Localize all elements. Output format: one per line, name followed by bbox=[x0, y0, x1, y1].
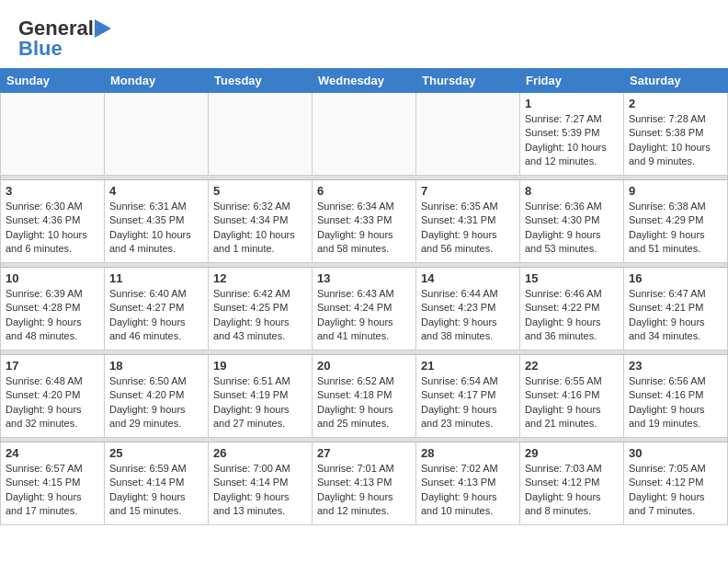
day-info: Sunrise: 6:44 AM Sunset: 4:23 PM Dayligh… bbox=[421, 287, 515, 344]
calendar-cell: 10Sunrise: 6:39 AM Sunset: 4:28 PM Dayli… bbox=[1, 268, 105, 350]
calendar-cell: 29Sunrise: 7:03 AM Sunset: 4:12 PM Dayli… bbox=[520, 442, 624, 525]
day-number: 10 bbox=[6, 271, 99, 285]
day-number: 28 bbox=[421, 446, 515, 460]
calendar-cell: 22Sunrise: 6:55 AM Sunset: 4:16 PM Dayli… bbox=[520, 355, 624, 438]
weekday-header-friday: Friday bbox=[520, 69, 624, 93]
calendar-cell bbox=[416, 93, 520, 176]
day-info: Sunrise: 6:38 AM Sunset: 4:29 PM Dayligh… bbox=[629, 200, 722, 257]
calendar-cell bbox=[313, 93, 416, 176]
logo-arrow-icon bbox=[95, 19, 111, 38]
day-info: Sunrise: 6:59 AM Sunset: 4:14 PM Dayligh… bbox=[109, 462, 203, 519]
day-info: Sunrise: 7:05 AM Sunset: 4:12 PM Dayligh… bbox=[629, 462, 722, 519]
day-number: 25 bbox=[109, 446, 203, 460]
day-info: Sunrise: 7:01 AM Sunset: 4:13 PM Dayligh… bbox=[317, 462, 411, 519]
day-number: 2 bbox=[629, 97, 722, 110]
day-number: 19 bbox=[213, 359, 307, 373]
day-info: Sunrise: 6:40 AM Sunset: 4:27 PM Dayligh… bbox=[109, 287, 203, 344]
day-number: 24 bbox=[6, 446, 99, 460]
calendar-cell bbox=[209, 93, 313, 176]
day-info: Sunrise: 6:36 AM Sunset: 4:30 PM Dayligh… bbox=[525, 200, 619, 257]
calendar-cell: 7Sunrise: 6:35 AM Sunset: 4:31 PM Daylig… bbox=[416, 180, 520, 263]
calendar-cell: 18Sunrise: 6:50 AM Sunset: 4:20 PM Dayli… bbox=[105, 355, 209, 438]
week-row-2: 3Sunrise: 6:30 AM Sunset: 4:36 PM Daylig… bbox=[1, 180, 728, 263]
calendar-cell: 17Sunrise: 6:48 AM Sunset: 4:20 PM Dayli… bbox=[1, 355, 105, 438]
day-info: Sunrise: 7:00 AM Sunset: 4:14 PM Dayligh… bbox=[213, 462, 307, 519]
calendar-cell: 5Sunrise: 6:32 AM Sunset: 4:34 PM Daylig… bbox=[209, 180, 313, 263]
day-number: 1 bbox=[525, 97, 619, 110]
day-number: 26 bbox=[213, 446, 307, 460]
day-info: Sunrise: 6:35 AM Sunset: 4:31 PM Dayligh… bbox=[421, 200, 515, 257]
calendar-cell: 12Sunrise: 6:42 AM Sunset: 4:25 PM Dayli… bbox=[209, 268, 313, 350]
day-info: Sunrise: 6:48 AM Sunset: 4:20 PM Dayligh… bbox=[6, 374, 99, 431]
day-number: 16 bbox=[629, 271, 722, 285]
weekday-header-monday: Monday bbox=[105, 69, 209, 93]
week-row-3: 10Sunrise: 6:39 AM Sunset: 4:28 PM Dayli… bbox=[1, 268, 728, 350]
svg-marker-0 bbox=[95, 19, 111, 38]
day-info: Sunrise: 7:28 AM Sunset: 5:38 PM Dayligh… bbox=[629, 112, 722, 169]
day-info: Sunrise: 6:57 AM Sunset: 4:15 PM Dayligh… bbox=[6, 462, 99, 519]
weekday-header-row: SundayMondayTuesdayWednesdayThursdayFrid… bbox=[1, 69, 728, 93]
calendar-cell: 15Sunrise: 6:46 AM Sunset: 4:22 PM Dayli… bbox=[520, 268, 624, 350]
calendar-cell: 24Sunrise: 6:57 AM Sunset: 4:15 PM Dayli… bbox=[1, 442, 105, 525]
day-info: Sunrise: 6:31 AM Sunset: 4:35 PM Dayligh… bbox=[109, 200, 203, 257]
day-number: 22 bbox=[525, 359, 619, 373]
day-number: 11 bbox=[109, 271, 203, 285]
calendar-cell bbox=[105, 93, 209, 176]
day-info: Sunrise: 6:32 AM Sunset: 4:34 PM Dayligh… bbox=[213, 200, 307, 257]
day-number: 29 bbox=[525, 446, 619, 460]
calendar-table: SundayMondayTuesdayWednesdayThursdayFrid… bbox=[0, 68, 728, 525]
day-number: 3 bbox=[6, 184, 99, 198]
week-row-4: 17Sunrise: 6:48 AM Sunset: 4:20 PM Dayli… bbox=[1, 355, 728, 438]
week-row-1: 1Sunrise: 7:27 AM Sunset: 5:39 PM Daylig… bbox=[1, 93, 728, 176]
calendar-cell: 1Sunrise: 7:27 AM Sunset: 5:39 PM Daylig… bbox=[520, 93, 624, 176]
day-number: 17 bbox=[6, 359, 99, 373]
calendar-cell: 14Sunrise: 6:44 AM Sunset: 4:23 PM Dayli… bbox=[416, 268, 520, 350]
day-number: 23 bbox=[629, 359, 722, 373]
day-number: 27 bbox=[317, 446, 411, 460]
day-info: Sunrise: 6:47 AM Sunset: 4:21 PM Dayligh… bbox=[629, 287, 722, 344]
day-number: 20 bbox=[317, 359, 411, 373]
calendar-cell: 3Sunrise: 6:30 AM Sunset: 4:36 PM Daylig… bbox=[1, 180, 105, 263]
calendar-cell: 13Sunrise: 6:43 AM Sunset: 4:24 PM Dayli… bbox=[313, 268, 416, 350]
day-number: 4 bbox=[109, 184, 203, 198]
day-info: Sunrise: 6:56 AM Sunset: 4:16 PM Dayligh… bbox=[629, 374, 722, 431]
day-number: 12 bbox=[213, 271, 307, 285]
day-number: 8 bbox=[525, 184, 619, 198]
weekday-header-sunday: Sunday bbox=[1, 69, 105, 93]
weekday-header-wednesday: Wednesday bbox=[313, 69, 416, 93]
logo-blue: Blue bbox=[18, 37, 111, 61]
day-number: 9 bbox=[629, 184, 722, 198]
day-info: Sunrise: 7:02 AM Sunset: 4:13 PM Dayligh… bbox=[421, 462, 515, 519]
calendar-cell: 9Sunrise: 6:38 AM Sunset: 4:29 PM Daylig… bbox=[624, 180, 728, 263]
calendar-cell: 23Sunrise: 6:56 AM Sunset: 4:16 PM Dayli… bbox=[624, 355, 728, 438]
page-header: General Blue bbox=[0, 0, 728, 68]
calendar-cell: 8Sunrise: 6:36 AM Sunset: 4:30 PM Daylig… bbox=[520, 180, 624, 263]
logo: General Blue bbox=[18, 17, 111, 61]
day-info: Sunrise: 7:27 AM Sunset: 5:39 PM Dayligh… bbox=[525, 112, 619, 169]
day-info: Sunrise: 6:51 AM Sunset: 4:19 PM Dayligh… bbox=[213, 374, 307, 431]
week-row-5: 24Sunrise: 6:57 AM Sunset: 4:15 PM Dayli… bbox=[1, 442, 728, 525]
day-info: Sunrise: 6:30 AM Sunset: 4:36 PM Dayligh… bbox=[6, 200, 99, 257]
day-info: Sunrise: 7:03 AM Sunset: 4:12 PM Dayligh… bbox=[525, 462, 619, 519]
day-info: Sunrise: 6:34 AM Sunset: 4:33 PM Dayligh… bbox=[317, 200, 411, 257]
day-number: 15 bbox=[525, 271, 619, 285]
day-info: Sunrise: 6:52 AM Sunset: 4:18 PM Dayligh… bbox=[317, 374, 411, 431]
day-info: Sunrise: 6:54 AM Sunset: 4:17 PM Dayligh… bbox=[421, 374, 515, 431]
day-number: 14 bbox=[421, 271, 515, 285]
day-number: 6 bbox=[317, 184, 411, 198]
calendar-cell: 6Sunrise: 6:34 AM Sunset: 4:33 PM Daylig… bbox=[313, 180, 416, 263]
weekday-header-tuesday: Tuesday bbox=[209, 69, 313, 93]
calendar-cell: 4Sunrise: 6:31 AM Sunset: 4:35 PM Daylig… bbox=[105, 180, 209, 263]
calendar-cell: 28Sunrise: 7:02 AM Sunset: 4:13 PM Dayli… bbox=[416, 442, 520, 525]
calendar-cell: 20Sunrise: 6:52 AM Sunset: 4:18 PM Dayli… bbox=[313, 355, 416, 438]
day-info: Sunrise: 6:43 AM Sunset: 4:24 PM Dayligh… bbox=[317, 287, 411, 344]
day-info: Sunrise: 6:42 AM Sunset: 4:25 PM Dayligh… bbox=[213, 287, 307, 344]
weekday-header-thursday: Thursday bbox=[416, 69, 520, 93]
calendar-cell: 11Sunrise: 6:40 AM Sunset: 4:27 PM Dayli… bbox=[105, 268, 209, 350]
day-number: 7 bbox=[421, 184, 515, 198]
calendar-cell: 19Sunrise: 6:51 AM Sunset: 4:19 PM Dayli… bbox=[209, 355, 313, 438]
day-info: Sunrise: 6:46 AM Sunset: 4:22 PM Dayligh… bbox=[525, 287, 619, 344]
day-number: 18 bbox=[109, 359, 203, 373]
calendar-cell: 30Sunrise: 7:05 AM Sunset: 4:12 PM Dayli… bbox=[624, 442, 728, 525]
day-info: Sunrise: 6:50 AM Sunset: 4:20 PM Dayligh… bbox=[109, 374, 203, 431]
